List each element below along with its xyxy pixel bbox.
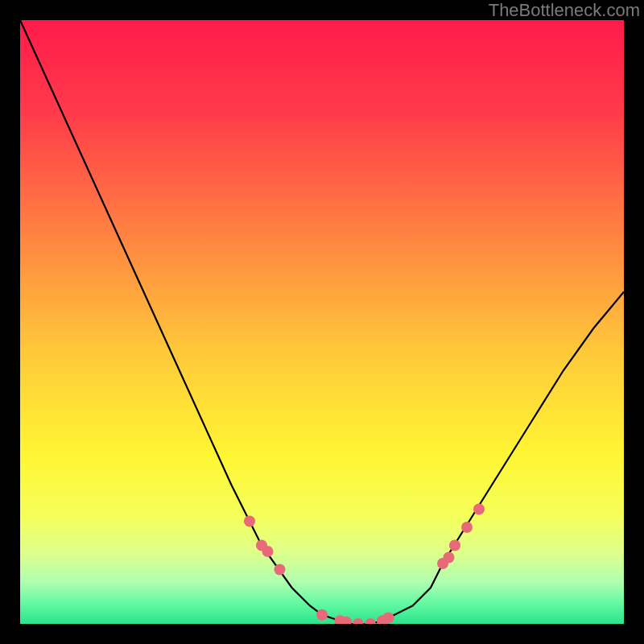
data-marker: [275, 564, 286, 576]
data-marker: [444, 552, 455, 564]
data-marker: [449, 540, 460, 551]
data-marker: [461, 522, 473, 533]
plot-area: [20, 20, 624, 624]
data-marker: [473, 504, 485, 515]
chart-container: TheBottleneck.com: [0, 0, 644, 644]
gradient-background: [20, 20, 624, 624]
chart-svg: [20, 20, 624, 624]
data-marker: [383, 613, 394, 624]
watermark-text: TheBottleneck.com: [489, 0, 640, 21]
data-marker: [316, 609, 328, 621]
data-marker: [262, 546, 274, 557]
data-marker: [244, 516, 255, 527]
